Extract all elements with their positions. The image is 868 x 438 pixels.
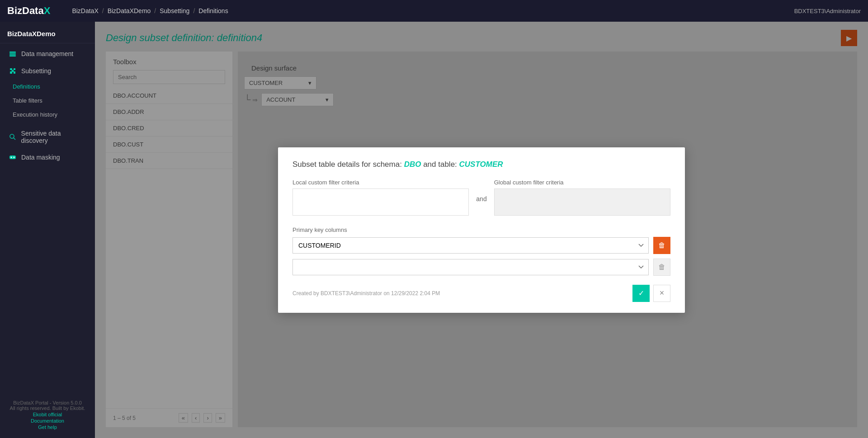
- sidebar-sensitive-label: Sensitive data discovery: [21, 130, 88, 144]
- sidebar-item-subsetting[interactable]: Subsetting: [0, 62, 95, 80]
- user-info: BDXTEST3\Administrator: [794, 8, 861, 14]
- svg-point-3: [10, 134, 14, 138]
- ekobit-link[interactable]: Ekobit official: [7, 412, 88, 417]
- delete-pk-button-1[interactable]: 🗑: [653, 237, 670, 254]
- breadcrumb-item-3[interactable]: Subsetting: [160, 7, 189, 14]
- content-area: Design subset definition: definition4 ▶ …: [95, 22, 868, 438]
- breadcrumb-item-1[interactable]: BizDataX: [72, 7, 98, 14]
- pk-section: Primary key columns CUSTOMERID 🗑: [292, 226, 670, 276]
- global-filter-section: Global custom filter criteria: [494, 179, 670, 217]
- and-label: and: [476, 179, 486, 203]
- mask-icon: [9, 153, 17, 161]
- pk-label: Primary key columns: [292, 226, 670, 233]
- svg-rect-1: [9, 53, 16, 55]
- sidebar-masking-label: Data masking: [21, 154, 60, 161]
- modal-dialog: Subset table details for schema: DBO and…: [278, 147, 685, 313]
- breadcrumb-item-4[interactable]: Definitions: [198, 7, 228, 14]
- checkmark-icon: ✓: [638, 289, 644, 297]
- local-filter-input[interactable]: [292, 188, 469, 216]
- svg-point-6: [11, 157, 12, 158]
- sidebar-brand: BizDataXDemo: [0, 22, 95, 43]
- puzzle-icon: [9, 67, 17, 75]
- pk-select-2[interactable]: [292, 259, 649, 275]
- trash-icon-light: 🗑: [658, 263, 665, 271]
- sidebar-footer: BizDataX Portal - Version 5.0.0 All righ…: [0, 393, 95, 438]
- breadcrumb: BizDataX / BizDataXDemo / Subsetting / D…: [72, 7, 228, 14]
- global-filter-input[interactable]: [494, 188, 670, 216]
- sidebar-item-data-masking[interactable]: Data masking: [0, 149, 95, 166]
- svg-line-4: [14, 138, 15, 140]
- modal-table-name: CUSTOMER: [459, 160, 503, 169]
- modal-actions: ✓ ×: [632, 285, 670, 302]
- pk-select-1[interactable]: CUSTOMERID: [292, 237, 649, 254]
- created-info: Created by BDXTEST3\Administrator on 12/…: [292, 290, 440, 297]
- sidebar-subsetting-label: Subsetting: [21, 67, 51, 75]
- modal-footer: Created by BDXTEST3\Administrator on 12/…: [292, 285, 670, 302]
- sidebar-item-label: Data management: [21, 50, 73, 57]
- docs-link[interactable]: Documentation: [7, 418, 88, 424]
- breadcrumb-sep-3: /: [193, 7, 195, 14]
- breadcrumb-sep-1: /: [102, 7, 104, 14]
- global-filter-label: Global custom filter criteria: [494, 179, 670, 186]
- logo-text: BizDataX: [7, 5, 50, 17]
- close-icon: ×: [660, 288, 665, 298]
- breadcrumb-item-2[interactable]: BizDataXDemo: [108, 7, 151, 14]
- sidebar-item-data-management[interactable]: Data management: [0, 45, 95, 62]
- svg-point-7: [14, 157, 15, 158]
- confirm-button[interactable]: ✓: [632, 285, 650, 302]
- sidebar-item-definitions[interactable]: Definitions: [0, 80, 95, 94]
- version-text: BizDataX Portal - Version 5.0.0: [7, 400, 88, 405]
- top-navigation: BizDataX BizDataX / BizDataXDemo / Subse…: [0, 0, 868, 22]
- app-logo[interactable]: BizDataX: [7, 5, 50, 17]
- modal-title: Subset table details for schema: DBO and…: [292, 160, 670, 169]
- pk-row-1: CUSTOMERID 🗑: [292, 237, 670, 254]
- sidebar-item-execution-history[interactable]: Execution history: [0, 108, 95, 122]
- logo-x: X: [44, 5, 51, 16]
- cancel-button[interactable]: ×: [653, 285, 670, 302]
- modal-schema: DBO: [404, 160, 421, 169]
- search-icon: [9, 133, 17, 141]
- svg-rect-2: [9, 55, 16, 57]
- help-link[interactable]: Get help: [7, 424, 88, 430]
- local-filter-section: Local custom filter criteria: [292, 179, 469, 217]
- svg-rect-0: [9, 52, 16, 53]
- local-filter-label: Local custom filter criteria: [292, 179, 469, 186]
- sidebar: BizDataXDemo Data management: [0, 22, 95, 438]
- layers-icon: [9, 50, 17, 58]
- pk-row-2: 🗑: [292, 259, 670, 276]
- delete-pk-button-2[interactable]: 🗑: [653, 259, 670, 276]
- modal-filter-row: Local custom filter criteria and Global …: [292, 179, 670, 217]
- svg-rect-5: [9, 155, 16, 159]
- sidebar-item-table-filters[interactable]: Table filters: [0, 94, 95, 108]
- modal-overlay: Subset table details for schema: DBO and…: [95, 22, 868, 438]
- trash-icon: 🗑: [658, 241, 665, 250]
- breadcrumb-sep-2: /: [154, 7, 156, 14]
- sidebar-item-sensitive-data[interactable]: Sensitive data discovery: [0, 125, 95, 149]
- rights-text: All rights reserved. Built by Ekobit.: [7, 405, 88, 411]
